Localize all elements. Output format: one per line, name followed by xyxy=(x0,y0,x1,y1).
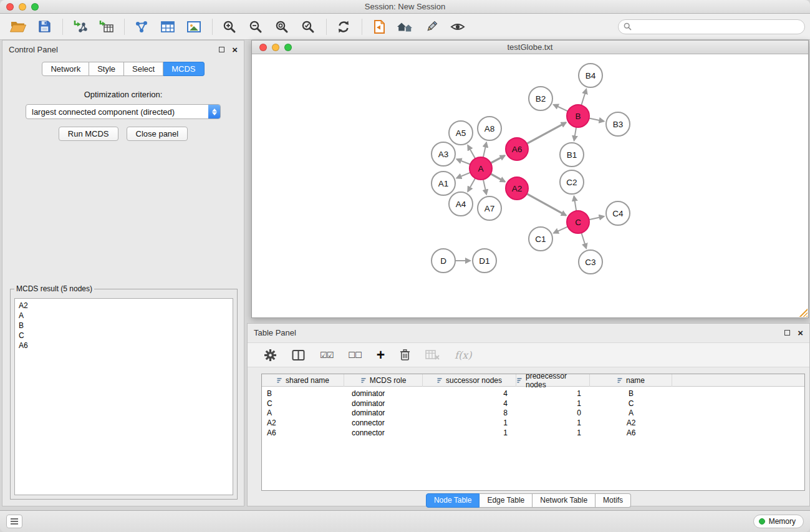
graph-edge-B-B3[interactable] xyxy=(589,118,604,122)
function-builder-button[interactable]: f(x) xyxy=(455,347,471,363)
open-session-button[interactable] xyxy=(7,17,29,37)
network-graph[interactable]: AA1A2A3A4A5A6A7A8BB1B2B3B4CC1C2C3C4DD1 xyxy=(252,54,808,317)
float-panel-icon[interactable] xyxy=(784,330,790,336)
graph-node-B3[interactable]: B3 xyxy=(606,112,630,136)
criterion-dropdown[interactable]: largest connected component (directed) xyxy=(26,104,221,119)
save-session-button[interactable] xyxy=(34,17,55,37)
graph-edge-C-C2[interactable] xyxy=(574,196,577,211)
column-header-mcds-role[interactable]: MCDS role xyxy=(344,374,423,387)
graph-node-D1[interactable]: D1 xyxy=(473,249,496,273)
graph-edge-C-C3[interactable] xyxy=(581,233,586,248)
mcds-result-item[interactable]: A2 xyxy=(19,301,229,311)
table-settings-button[interactable] xyxy=(264,347,277,363)
graph-node-C2[interactable]: C2 xyxy=(560,170,584,194)
minimize-window-button[interactable] xyxy=(19,3,26,11)
graph-node-C3[interactable]: C3 xyxy=(579,250,602,274)
zoom-out-button[interactable] xyxy=(245,17,266,37)
table-row[interactable]: Adominator80A xyxy=(262,409,804,418)
close-panel-icon[interactable]: × xyxy=(798,328,803,337)
tab-mcds[interactable]: MCDS xyxy=(163,62,204,76)
graph-node-C1[interactable]: C1 xyxy=(529,227,552,251)
graph-edge-A-A5[interactable] xyxy=(468,145,475,158)
graph-node-B1[interactable]: B1 xyxy=(560,143,584,167)
graph-node-C4[interactable]: C4 xyxy=(606,201,630,225)
graph-edge-B-B2[interactable] xyxy=(554,105,568,112)
tab-network[interactable]: Network xyxy=(42,62,89,76)
graph-edge-A-A1[interactable] xyxy=(456,173,470,178)
graph-node-A5[interactable]: A5 xyxy=(449,121,473,145)
graph-edge-A-A4[interactable] xyxy=(468,178,475,191)
graph-edge-B-B1[interactable] xyxy=(574,127,576,141)
network-canvas[interactable]: AA1A2A3A4A5A6A7A8BB1B2B3B4CC1C2C3C4DD1 xyxy=(252,54,808,317)
close-panel-icon[interactable]: × xyxy=(232,45,238,54)
column-header-successor-nodes[interactable]: successor nodes xyxy=(423,374,516,387)
export-image-button[interactable] xyxy=(183,17,205,37)
graph-node-B2[interactable]: B2 xyxy=(529,87,552,110)
mcds-result-item[interactable]: C xyxy=(19,331,229,341)
zoom-network-window-button[interactable] xyxy=(284,44,292,51)
graph-edge-A-A6[interactable] xyxy=(491,155,505,163)
zoom-in-button[interactable] xyxy=(219,17,240,37)
add-column-button[interactable]: + xyxy=(377,347,385,363)
graph-edge-A2-C[interactable] xyxy=(527,194,566,216)
deselect-all-rows-button[interactable]: ☐☐ xyxy=(348,347,361,363)
graph-edge-C-C4[interactable] xyxy=(589,216,604,220)
graph-node-D[interactable]: D xyxy=(432,249,455,273)
mcds-result-list[interactable]: A2ABCA6 xyxy=(14,298,233,495)
export-network-button[interactable] xyxy=(131,17,152,37)
show-columns-button[interactable] xyxy=(292,347,305,363)
graph-edge-A-A3[interactable] xyxy=(456,159,470,164)
table-row[interactable]: A2connector11A2 xyxy=(262,418,804,428)
mcds-result-item[interactable]: A xyxy=(19,311,229,321)
graph-edge-B-B4[interactable] xyxy=(581,89,586,105)
graph-node-C[interactable]: C xyxy=(567,211,589,233)
search-box[interactable] xyxy=(618,19,805,34)
float-panel-icon[interactable] xyxy=(219,47,224,52)
graph-node-A2[interactable]: A2 xyxy=(506,177,528,200)
graph-edge-A-A2[interactable] xyxy=(491,174,505,182)
graph-edge-A-A8[interactable] xyxy=(483,142,486,157)
close-network-window-button[interactable] xyxy=(259,44,267,51)
table-row[interactable]: A6connector11A6 xyxy=(262,428,804,438)
zoom-window-button[interactable] xyxy=(31,3,39,11)
column-header-name[interactable]: name xyxy=(590,374,672,387)
select-all-rows-button[interactable]: ☑☑ xyxy=(320,347,333,363)
window-resize-grip[interactable] xyxy=(799,309,808,317)
graph-node-B4[interactable]: B4 xyxy=(579,64,602,87)
apply-layout-button[interactable] xyxy=(333,17,354,37)
tab-network-table[interactable]: Network Table xyxy=(533,493,595,508)
minimize-network-window-button[interactable] xyxy=(272,44,279,51)
tab-node-table[interactable]: Node Table xyxy=(426,493,480,508)
show-graphics-details-button[interactable] xyxy=(447,17,468,37)
run-mcds-button[interactable]: Run MCDS xyxy=(59,127,118,141)
column-header-shared-name[interactable]: shared name xyxy=(262,374,344,387)
tab-edge-table[interactable]: Edge Table xyxy=(480,493,533,508)
show-task-history-button[interactable] xyxy=(6,515,22,528)
annotation-button[interactable] xyxy=(421,17,442,37)
graph-node-A1[interactable]: A1 xyxy=(432,172,455,195)
import-network-button[interactable] xyxy=(69,17,90,37)
table-row[interactable]: Cdominator41C xyxy=(262,399,804,409)
column-header-predecessor-nodes[interactable]: predecessor nodes xyxy=(516,374,590,387)
graph-node-A[interactable]: A xyxy=(470,157,492,180)
graph-edge-C-C1[interactable] xyxy=(554,226,568,233)
graph-node-A8[interactable]: A8 xyxy=(478,117,501,140)
zoom-fit-button[interactable] xyxy=(271,17,292,37)
tab-style[interactable]: Style xyxy=(89,62,124,76)
mcds-result-item[interactable]: B xyxy=(19,321,229,331)
table-row[interactable]: Bdominator41B xyxy=(262,389,804,399)
search-input[interactable] xyxy=(635,22,799,31)
open-report-button[interactable] xyxy=(369,17,390,37)
graph-edge-A6-B[interactable] xyxy=(527,122,566,143)
tab-motifs[interactable]: Motifs xyxy=(595,493,631,508)
delete-column-button[interactable] xyxy=(400,347,410,363)
zoom-selected-button[interactable] xyxy=(297,17,319,37)
graph-node-B[interactable]: B xyxy=(567,105,589,127)
delete-table-button[interactable] xyxy=(425,347,440,363)
memory-button[interactable]: Memory xyxy=(753,515,804,528)
network-window-titlebar[interactable]: testGlobe.txt xyxy=(252,41,808,54)
graph-node-A6[interactable]: A6 xyxy=(506,138,528,160)
first-neighbors-button[interactable] xyxy=(395,17,416,37)
close-panel-button[interactable]: Close panel xyxy=(127,127,188,141)
graph-node-A3[interactable]: A3 xyxy=(432,142,455,166)
